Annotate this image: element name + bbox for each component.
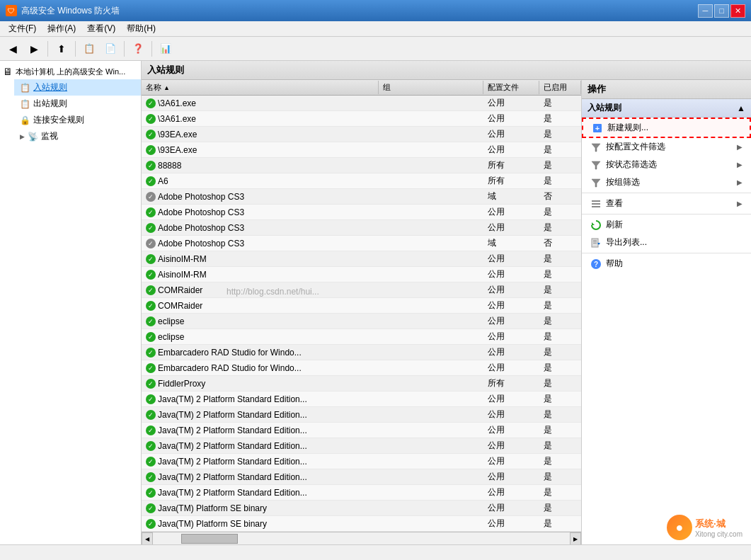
horizontal-scrollbar[interactable]: ◀ ▶ (142, 532, 581, 544)
cell-group (379, 382, 483, 385)
table-row[interactable]: ✓ 88888 所有 是 (142, 158, 581, 173)
rule-name: Java(TM) 2 Platform Standard Edition... (158, 472, 307, 482)
table-row[interactable]: ✓ Java(TM) 2 Platform Standard Edition..… (142, 469, 581, 485)
table-row[interactable]: ✓ A6 所有 是 (142, 173, 581, 189)
table-row[interactable]: ✓ Adobe Photoshop CS3 域 否 (142, 236, 581, 251)
table-row[interactable]: ✓ COMRaider 公用 是 (142, 282, 581, 298)
header-profile[interactable]: 配置文件 (483, 81, 539, 94)
action-view[interactable]: 查看 ▶ (582, 195, 751, 212)
cell-profile: 公用 (483, 469, 539, 484)
connection-label: 连接安全规则 (33, 114, 84, 126)
action-refresh[interactable]: 刷新 (582, 216, 751, 234)
back-button[interactable]: ◀ (3, 40, 23, 58)
properties-button[interactable]: 📊 (156, 40, 176, 58)
action-filter-status[interactable]: 按状态筛选选 ▶ (582, 156, 751, 173)
cell-group (379, 227, 483, 229)
table-row[interactable]: ✓ Java(TM) 2 Platform Standard Edition..… (142, 423, 581, 438)
table-row[interactable]: ✓ \3A61.exe 公用 是 (142, 96, 581, 111)
copy-button[interactable]: 📋 (79, 40, 99, 58)
status-icon: ✓ (146, 519, 156, 529)
tree-root[interactable]: 🖥 本地计算机 上的高级安全 Win... (0, 64, 141, 79)
up-button[interactable]: ⬆ (52, 40, 71, 58)
table-row[interactable]: ✓ AisinoIM-RM 公用 是 (142, 267, 581, 282)
table-row[interactable]: ✓ eclipse 公用 是 (142, 314, 581, 329)
cell-name: ✓ A6 (142, 175, 379, 188)
sidebar-item-connection[interactable]: 🔒 连接安全规则 (14, 112, 141, 128)
sidebar-item-inbound[interactable]: 📋 入站规则 (14, 79, 141, 96)
scroll-right-button[interactable]: ▶ (570, 532, 581, 544)
table-row[interactable]: ✓ eclipse 公用 是 (142, 329, 581, 345)
header-group[interactable]: 组 (379, 81, 483, 94)
table-row[interactable]: ✓ Java(TM) 2 Platform Standard Edition..… (142, 407, 581, 423)
table-row[interactable]: ✓ Embarcadero RAD Studio for Windo... 公用… (142, 360, 581, 376)
menu-action[interactable]: 操作(A) (42, 21, 81, 36)
header-enabled[interactable]: 已启用 (539, 81, 581, 94)
table-row[interactable]: ✓ AisinoIM-RM 公用 是 (142, 251, 581, 267)
table-row[interactable]: ✓ Java(TM) 2 Platform Standard Edition..… (142, 454, 581, 469)
action-filter-profile[interactable]: 按配置文件筛选 ▶ (582, 138, 751, 156)
cell-group (379, 164, 483, 167)
minimize-button[interactable]: ─ (698, 4, 713, 18)
cell-enabled: 是 (539, 267, 581, 282)
sidebar-item-monitor[interactable]: ▶ 📡 监视 (14, 128, 141, 144)
scroll-thumb[interactable] (181, 534, 238, 544)
table-row[interactable]: ✓ Adobe Photoshop CS3 公用 是 (142, 205, 581, 220)
action-new-rule[interactable]: + 新建规则... (582, 118, 751, 138)
cell-profile: 公用 (483, 485, 539, 500)
cell-group (379, 258, 483, 261)
cell-profile: 公用 (483, 220, 539, 235)
paste-button[interactable]: 📄 (101, 40, 120, 58)
cell-group (379, 149, 483, 152)
table-row[interactable]: ✓ Java(TM) 2 Platform Standard Edition..… (142, 485, 581, 501)
cell-name: ✓ Java(TM) Platform SE binary (142, 518, 379, 530)
status-icon: ✓ (146, 410, 156, 420)
table-row[interactable]: ✓ Adobe Photoshop CS3 域 否 (142, 189, 581, 205)
header-name[interactable]: 名称 ▲ (142, 81, 379, 94)
table-row[interactable]: ✓ COMRaider 公用 是 (142, 298, 581, 314)
table-row[interactable]: ✓ FiddlerProxy 所有 是 (142, 376, 581, 392)
action-filter-group[interactable]: 按组筛选 ▶ (582, 173, 751, 191)
status-icon: ✓ (146, 130, 156, 139)
menu-file[interactable]: 文件(F) (3, 21, 42, 36)
menu-view[interactable]: 查看(V) (81, 21, 121, 36)
close-button[interactable]: ✕ (730, 4, 745, 18)
cell-group (379, 413, 483, 416)
forward-button[interactable]: ▶ (24, 40, 44, 58)
table-row[interactable]: ✓ Java(TM) Platform SE binary 公用 是 (142, 501, 581, 516)
table-row[interactable]: ✓ Embarcadero RAD Studio for Windo... 公用… (142, 345, 581, 360)
action-export[interactable]: 导出列表... (582, 234, 751, 251)
status-icon: ✓ (146, 332, 156, 342)
table-row[interactable]: ✓ \3A61.exe 公用 是 (142, 111, 581, 127)
cell-name: ✓ Java(TM) 2 Platform Standard Edition..… (142, 393, 379, 406)
table-row[interactable]: ✓ Adobe Photoshop CS3 公用 是 (142, 220, 581, 236)
table-row[interactable]: ✓ Java(TM) 2 Platform Standard Edition..… (142, 392, 581, 407)
table-row[interactable]: ✓ Java(TM) Platform SE binary 公用 是 (142, 516, 581, 532)
svg-marker-2 (592, 144, 600, 152)
help-toolbar-button[interactable]: ❓ (128, 40, 148, 58)
logo-text-area: 系统·城 Xitong city.com (695, 518, 743, 538)
status-icon: ✓ (146, 98, 156, 108)
outbound-label: 出站规则 (33, 98, 67, 110)
cell-name: ✓ \3A61.exe (142, 113, 379, 125)
cell-group (379, 429, 483, 432)
table-body[interactable]: ✓ \3A61.exe 公用 是 ✓ \3A61.exe 公用 是 ✓ \9 (142, 96, 581, 532)
table-row[interactable]: ✓ \93EA.exe 公用 是 (142, 127, 581, 142)
sidebar-item-outbound[interactable]: 📋 出站规则 (14, 96, 141, 112)
cell-name: ✓ COMRaider (142, 284, 379, 297)
cell-group (379, 320, 483, 323)
scroll-left-button[interactable]: ◀ (142, 532, 153, 544)
rule-name: Java(TM) 2 Platform Standard Edition... (158, 394, 307, 404)
status-icon: ✓ (146, 301, 156, 311)
action-help[interactable]: ? 帮助 (582, 255, 751, 273)
cell-group (379, 195, 483, 198)
cell-group (379, 507, 483, 510)
table-row[interactable]: ✓ \93EA.exe 公用 是 (142, 142, 581, 158)
menu-help[interactable]: 帮助(H) (121, 21, 161, 36)
maximize-button[interactable]: □ (714, 4, 729, 18)
window: 🛡 高级安全 Windows 防火墙 ─ □ ✕ 文件(F) 操作(A) 查看(… (0, 0, 751, 560)
cell-enabled: 否 (539, 236, 581, 251)
table-row[interactable]: ✓ Java(TM) 2 Platform Standard Edition..… (142, 438, 581, 454)
rule-name: Adobe Photoshop CS3 (158, 207, 244, 217)
cell-profile: 所有 (483, 376, 539, 391)
status-icon: ✓ (146, 363, 156, 373)
